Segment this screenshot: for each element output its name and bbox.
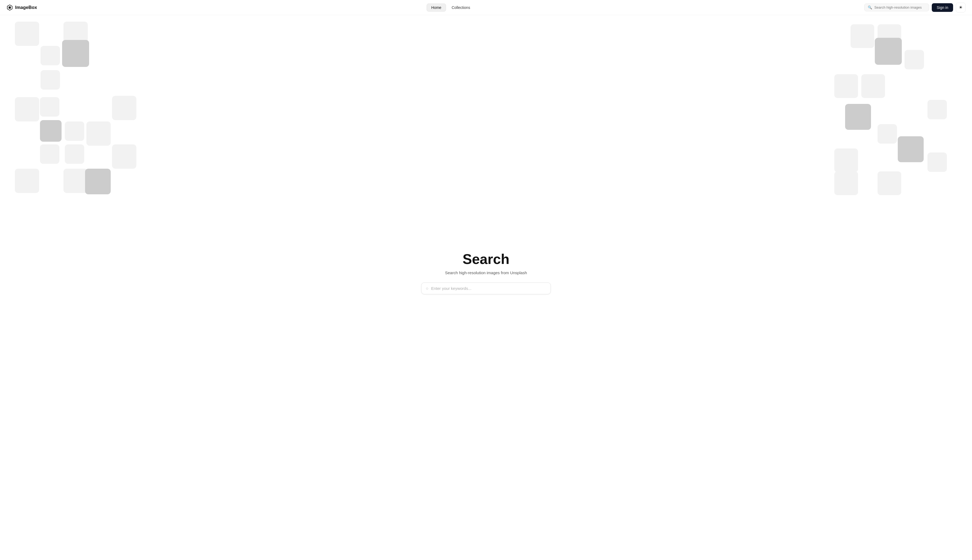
main-search-input[interactable] — [431, 286, 546, 291]
tile-9 — [65, 122, 84, 141]
tile-20 — [905, 50, 924, 69]
tile-17 — [850, 24, 874, 48]
tile-24 — [927, 100, 947, 119]
tile-15 — [63, 169, 88, 193]
tile-29 — [834, 172, 858, 195]
tile-26 — [898, 136, 924, 162]
tile-22 — [861, 74, 885, 98]
hero-section: Search Search high-resolution images fro… — [421, 251, 551, 294]
nav-search-bar[interactable]: 🔍 — [864, 3, 929, 11]
tile-19 — [875, 38, 902, 65]
hero-title: Search — [421, 251, 551, 267]
tile-13 — [112, 144, 136, 169]
tile-0 — [15, 22, 39, 46]
tile-2 — [40, 46, 60, 65]
tile-4 — [40, 70, 60, 90]
tile-18 — [877, 24, 901, 48]
tile-23 — [845, 104, 871, 130]
svg-rect-1 — [8, 7, 11, 8]
main-search-icon: ○ — [426, 286, 429, 291]
logo-icon — [7, 4, 13, 11]
tile-27 — [834, 148, 858, 172]
tile-6 — [40, 97, 59, 117]
tile-28 — [927, 152, 947, 172]
main-search-bar[interactable]: ○ — [421, 282, 551, 294]
tile-14 — [15, 169, 39, 193]
nav-home-button[interactable]: Home — [427, 3, 446, 12]
navbar: ImageBox Home Collections 🔍 Sign in ☀ — [0, 0, 972, 15]
nav-search-input[interactable] — [874, 5, 925, 10]
tile-16 — [85, 169, 111, 194]
nav-right: 🔍 Sign in ☀ — [864, 3, 965, 12]
theme-toggle-button[interactable]: ☀ — [956, 3, 965, 12]
tile-10 — [87, 122, 111, 146]
tile-21 — [834, 74, 858, 98]
tile-1 — [63, 22, 88, 46]
nav-collections-button[interactable]: Collections — [447, 3, 475, 12]
main-content: Search Search high-resolution images fro… — [0, 0, 972, 545]
hero-subtitle: Search high-resolution images from Unspl… — [421, 270, 551, 275]
sign-in-button[interactable]: Sign in — [932, 3, 953, 12]
tile-30 — [877, 172, 901, 195]
tile-25 — [877, 124, 897, 143]
tile-12 — [65, 144, 84, 164]
tile-8 — [40, 120, 62, 142]
logo-text: ImageBox — [15, 5, 37, 10]
tile-5 — [15, 97, 39, 122]
tile-11 — [40, 144, 59, 164]
tile-3 — [62, 40, 89, 67]
nav-left: ImageBox — [7, 4, 37, 11]
tile-7 — [112, 96, 136, 120]
sun-icon: ☀ — [959, 5, 962, 10]
nav-search-icon: 🔍 — [868, 5, 872, 10]
nav-center: Home Collections — [427, 3, 475, 12]
